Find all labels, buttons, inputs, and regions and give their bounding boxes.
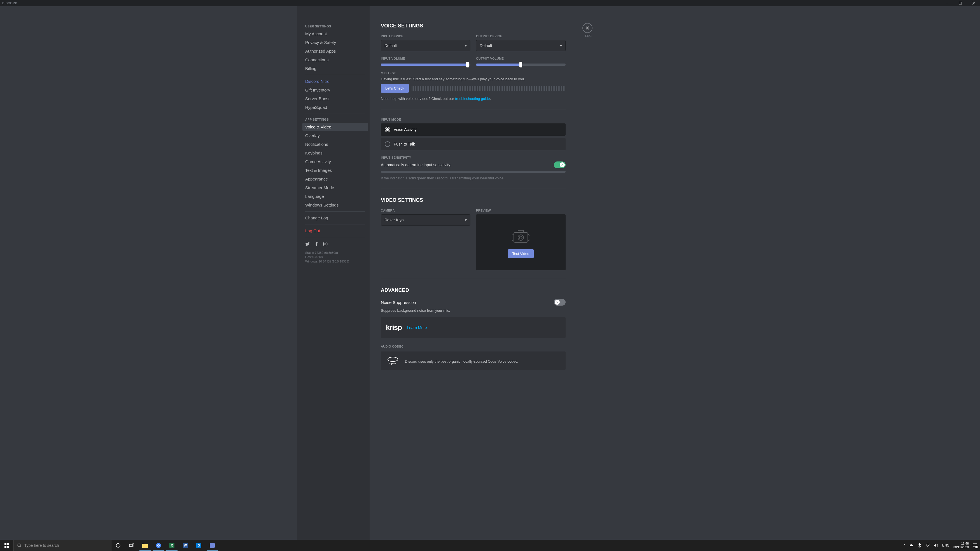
lets-check-button[interactable]: Let's Check	[381, 84, 409, 93]
sidebar-item-keybinds[interactable]: Keybinds	[302, 149, 368, 157]
input-volume-slider[interactable]	[381, 64, 470, 66]
sidebar-item-my-account[interactable]: My Account	[302, 30, 368, 38]
sidebar-item-text-images[interactable]: Text & Images	[302, 166, 368, 174]
sensitivity-bar	[381, 171, 566, 173]
sidebar-item-voice-video[interactable]: Voice & Video	[302, 123, 368, 131]
test-video-button[interactable]: Test Video	[508, 249, 534, 258]
language-indicator[interactable]: ENG	[942, 543, 950, 547]
audio-codec-label: Audio Codec	[381, 345, 566, 348]
camera-icon	[510, 227, 532, 244]
left-padding	[0, 6, 297, 540]
svg-rect-13	[5, 546, 6, 548]
divider	[305, 224, 365, 224]
outlook-icon[interactable]: O	[192, 540, 205, 551]
svg-rect-11	[5, 543, 6, 545]
sidebar-item-connections[interactable]: Connections	[302, 56, 368, 64]
advanced-title: Advanced	[381, 287, 566, 293]
app-settings-header: App Settings	[302, 116, 368, 123]
camera-select[interactable]: Razer Kiyo ▾	[381, 214, 470, 225]
svg-point-16	[116, 543, 120, 547]
excel-icon[interactable]: X	[165, 540, 179, 551]
opus-logo-icon: opus	[386, 357, 400, 365]
search-placeholder: Type here to search	[24, 543, 59, 548]
sidebar-item-gift-inventory[interactable]: Gift Inventory	[302, 86, 368, 94]
input-mode-push-to-talk[interactable]: Push to Talk	[381, 138, 566, 150]
sidebar-item-windows-settings[interactable]: Windows Settings	[302, 201, 368, 209]
input-mode-voice-activity[interactable]: Voice Activity	[381, 124, 566, 136]
sidebar-item-language[interactable]: Language	[302, 192, 368, 200]
svg-rect-1	[959, 2, 962, 5]
cortana-icon[interactable]	[111, 540, 125, 551]
sidebar-item-log-out[interactable]: Log Out	[302, 227, 368, 235]
version-info: Stable 72382 (0c5c30a) Host 0.0.308 Wind…	[302, 248, 368, 266]
esc-label: ESC	[585, 34, 592, 38]
version-stable: Stable 72382 (0c5c30a)	[305, 251, 365, 255]
check-icon: ✓	[561, 164, 563, 167]
facebook-icon[interactable]	[314, 242, 319, 246]
svg-text:X: X	[171, 544, 173, 547]
titlebar: DISCORD	[0, 0, 980, 6]
minimize-button[interactable]	[943, 0, 951, 6]
settings-sidebar: User Settings My Account Privacy & Safet…	[297, 6, 370, 540]
clock[interactable]: 18:48 30/11/2020	[953, 542, 969, 549]
right-padding: ESC	[577, 6, 980, 540]
mic-test-description: Having mic issues? Start a test and say …	[381, 77, 566, 81]
sidebar-item-notifications[interactable]: Notifications	[302, 140, 368, 148]
chrome-icon[interactable]	[152, 540, 165, 551]
search-icon	[17, 543, 22, 548]
sidebar-item-billing[interactable]: Billing	[302, 64, 368, 73]
divider	[381, 279, 566, 279]
discord-taskbar-icon[interactable]	[205, 540, 219, 551]
svg-point-7	[519, 236, 522, 239]
input-device-select[interactable]: Default ▾	[381, 40, 470, 51]
file-explorer-icon[interactable]	[138, 540, 152, 551]
word-icon[interactable]: W	[179, 540, 192, 551]
instagram-icon[interactable]	[323, 242, 328, 246]
onedrive-icon[interactable]	[909, 543, 914, 547]
divider	[305, 75, 365, 75]
close-settings-button[interactable]	[582, 23, 592, 33]
sidebar-item-nitro[interactable]: Discord Nitro	[302, 77, 368, 85]
sidebar-item-change-log[interactable]: Change Log	[302, 214, 368, 222]
auto-sensitivity-toggle[interactable]: ✓	[554, 162, 566, 168]
version-host: Host 0.0.308	[305, 255, 365, 259]
input-device-value: Default	[385, 43, 397, 48]
sidebar-item-privacy[interactable]: Privacy & Safety	[302, 38, 368, 46]
mic-level-meter	[412, 86, 566, 91]
start-button[interactable]	[0, 540, 13, 551]
maximize-button[interactable]	[956, 0, 964, 6]
svg-rect-8	[518, 230, 523, 233]
learn-more-link[interactable]: Learn More	[407, 326, 427, 330]
wifi-icon[interactable]	[925, 543, 930, 547]
svg-text:opus: opus	[390, 362, 396, 365]
output-device-select[interactable]: Default ▾	[476, 40, 566, 51]
noise-suppression-toggle[interactable]: ✕	[554, 299, 566, 306]
close-window-button[interactable]	[970, 0, 978, 6]
output-volume-slider[interactable]	[476, 64, 566, 66]
help-text: Need help with voice or video? Check out…	[381, 97, 566, 101]
svg-rect-28	[210, 543, 215, 548]
sidebar-item-authorized-apps[interactable]: Authorized Apps	[302, 47, 368, 55]
tray-chevron-icon[interactable]: ^	[904, 543, 905, 547]
noise-suppression-title: Noise Suppression	[381, 300, 416, 305]
svg-point-4	[326, 243, 326, 243]
settings-content: Voice Settings Input Device Default ▾ Ou…	[370, 6, 577, 540]
taskbar-search[interactable]: Type here to search	[13, 540, 111, 551]
troubleshooting-link[interactable]: troubleshooting guide	[455, 97, 490, 101]
push-to-talk-label: Push to Talk	[394, 142, 415, 146]
sidebar-item-hypesquad[interactable]: HypeSquad	[302, 103, 368, 111]
svg-rect-0	[945, 3, 948, 3]
krisp-box: krisp Learn More	[381, 317, 566, 338]
sidebar-item-streamer-mode[interactable]: Streamer Mode	[302, 184, 368, 192]
twitter-icon[interactable]	[305, 242, 310, 246]
sidebar-item-appearance[interactable]: Appearance	[302, 175, 368, 183]
sidebar-item-server-boost[interactable]: Server Boost	[302, 95, 368, 103]
task-view-icon[interactable]	[125, 540, 138, 551]
video-settings-title: Video Settings	[381, 197, 566, 203]
sidebar-item-game-activity[interactable]: Game Activity	[302, 157, 368, 166]
volume-icon[interactable]	[934, 543, 938, 547]
notification-center-icon[interactable]: 15	[973, 543, 977, 548]
sidebar-item-overlay[interactable]: Overlay	[302, 132, 368, 140]
mic-test-label: Mic Test	[381, 71, 566, 75]
bluetooth-icon[interactable]	[918, 543, 921, 548]
